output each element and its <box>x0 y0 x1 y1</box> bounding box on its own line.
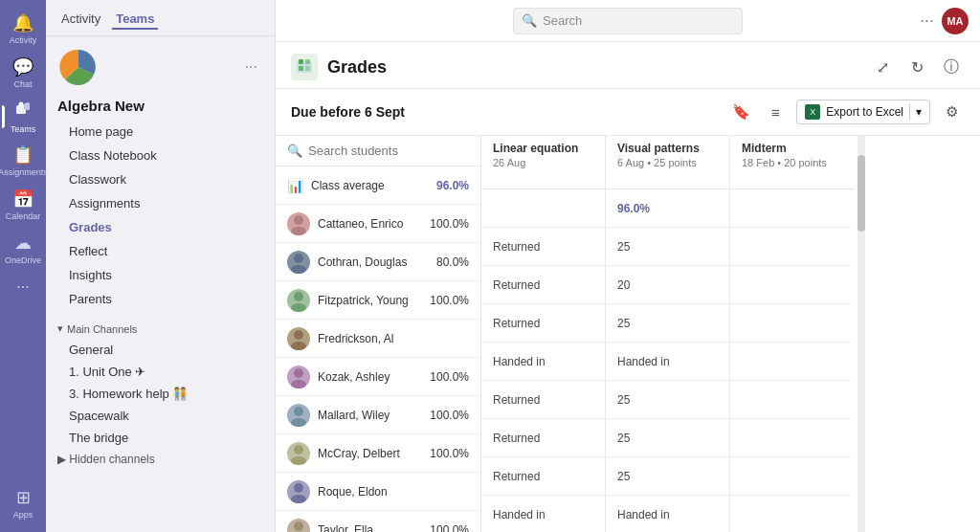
assignment-cell: 25 <box>606 381 729 419</box>
expand-button[interactable]: ⤢ <box>869 54 896 80</box>
visual-avg-value: 96.0% <box>617 202 650 215</box>
student-row: Fitzpatrick, Young 100.0% <box>276 281 480 320</box>
user-avatar[interactable]: MA <box>942 8 969 34</box>
assignment-cell: Returned <box>481 304 605 343</box>
filter-button[interactable]: ≡ <box>762 99 789 125</box>
assignment-date-midterm: 18 Feb • 20 points <box>742 157 842 168</box>
student-row: Taylor, Ella 100.0% <box>276 511 480 532</box>
team-menu-button[interactable]: ··· <box>239 56 263 78</box>
sidebar-item-parents[interactable]: Parents <box>46 287 275 311</box>
nav-rail: 🔔 Activity 💬 Chat Teams 📋 Assignments 📅 … <box>0 0 46 532</box>
student-pct: 80.0% <box>436 255 469 269</box>
channel-bridge[interactable]: The bridge <box>46 427 275 449</box>
student-pct: 100.0% <box>430 370 469 384</box>
assignment-cell <box>730 496 854 532</box>
nav-item-chat[interactable]: 💬 Chat <box>2 52 44 94</box>
top-bar-right: ··· MA <box>920 8 969 34</box>
svg-point-21 <box>291 418 306 427</box>
assignment-cell <box>730 419 854 457</box>
more-options-button[interactable]: ··· <box>920 11 934 31</box>
nav-item-teams[interactable]: Teams <box>2 96 44 138</box>
assignment-name-linear: Linear equation <box>493 142 593 155</box>
channel-unit1[interactable]: 1. Unit One ✈ <box>46 361 275 383</box>
sidebar-item-insights[interactable]: Insights <box>46 263 275 287</box>
student-row: Fredrickson, Al <box>276 320 480 358</box>
sidebar-item-homepage[interactable]: Home page <box>46 120 275 144</box>
assignment-name-visual: Visual patterns <box>617 142 718 155</box>
assignment-cell <box>730 266 854 304</box>
sidebar-tab-activity[interactable]: Activity <box>57 10 104 30</box>
svg-point-3 <box>19 101 24 106</box>
student-row: Cattaneo, Enrico 100.0% <box>276 205 480 243</box>
student-avatar <box>287 442 310 465</box>
sidebar-item-grades[interactable]: Grades <box>46 215 275 239</box>
assignment-cell-avg <box>481 189 605 228</box>
nav-item-apps[interactable]: ⊞ Apps <box>2 482 44 524</box>
svg-point-14 <box>294 292 303 301</box>
assignment-cell: Handed in <box>606 496 729 532</box>
export-divider <box>909 104 910 120</box>
nav-assignments-label: Assignments <box>0 167 48 177</box>
calendar-icon: 📅 <box>12 188 33 210</box>
assignment-cell: Returned <box>481 266 605 304</box>
svg-point-13 <box>291 265 306 274</box>
assignment-cell: 25 <box>606 419 729 457</box>
settings-button[interactable]: ⚙ <box>938 99 965 125</box>
student-avatar <box>287 366 310 388</box>
channels-section-text: Main Channels <box>67 323 137 335</box>
class-avg-pct: 96.0% <box>436 179 469 192</box>
sidebar-item-classnotebook[interactable]: Class Notebook <box>46 144 275 167</box>
nav-teams-label: Teams <box>11 124 36 134</box>
student-search-input[interactable] <box>308 144 469 158</box>
bookmark-button[interactable]: 🔖 <box>727 99 754 125</box>
info-button[interactable]: ⓘ <box>938 54 965 80</box>
assignment-cell <box>730 381 854 419</box>
channel-homework[interactable]: 3. Homework help 🧑‍🤝‍🧑 <box>46 383 275 405</box>
student-avatar <box>287 519 310 533</box>
student-row: Kozak, Ashley 100.0% <box>276 358 480 396</box>
student-pct: 100.0% <box>430 447 469 460</box>
assignment-cell: Returned <box>481 419 605 457</box>
toolbar-right: 🔖 ≡ X Export to Excel ▾ ⚙ <box>727 99 965 125</box>
assignment-cell: Handed in <box>481 343 605 381</box>
nav-item-calendar[interactable]: 📅 Calendar <box>2 184 44 226</box>
sidebar-tab-teams[interactable]: Teams <box>112 10 158 30</box>
sidebar-item-classwork[interactable]: Classwork <box>46 167 275 191</box>
vertical-scrollbar[interactable] <box>858 136 865 532</box>
svg-point-16 <box>294 330 303 340</box>
export-dropdown-icon: ▾ <box>916 105 922 119</box>
nav-chat-label: Chat <box>13 79 32 89</box>
hidden-channels-toggle[interactable]: ▶ Hidden channels <box>46 449 275 470</box>
student-name: Roque, Eldon <box>318 485 388 499</box>
search-bar[interactable]: 🔍 Search <box>513 8 743 34</box>
svg-point-24 <box>294 483 303 493</box>
svg-point-20 <box>294 407 303 416</box>
channel-general[interactable]: General <box>46 339 275 361</box>
onedrive-icon: ☁ <box>14 233 32 254</box>
channel-spacewalk[interactable]: Spacewalk <box>46 405 275 427</box>
sidebar-item-reflect[interactable]: Reflect <box>46 239 275 263</box>
assignment-cell-avg <box>730 189 854 228</box>
assignments-icon: 📋 <box>12 144 33 166</box>
svg-point-11 <box>291 227 306 235</box>
export-excel-button[interactable]: X Export to Excel ▾ <box>796 100 930 124</box>
svg-point-19 <box>291 380 306 388</box>
nav-more-button[interactable]: ··· <box>2 272 44 302</box>
channels-section-label[interactable]: ▾ Main Channels <box>46 315 275 339</box>
student-row: McCray, Delbert 100.0% <box>276 434 480 473</box>
refresh-button[interactable]: ↻ <box>903 54 930 80</box>
assignment-col-midterm: Midterm 18 Feb • 20 points <box>729 136 854 532</box>
main-content: 🔍 Search ··· MA Grades ⤢ ↻ <box>276 0 980 532</box>
assignment-cell: 20 <box>606 266 729 304</box>
nav-item-onedrive[interactable]: ☁ OneDrive <box>2 228 44 270</box>
student-search-bar[interactable]: 🔍 <box>276 136 480 166</box>
sidebar-item-assignments[interactable]: Assignments <box>46 191 275 215</box>
nav-item-activity[interactable]: 🔔 Activity <box>2 8 44 50</box>
student-name: Mallard, Wiley <box>318 409 390 422</box>
class-average-row: 📊 Class average 96.0% <box>276 166 480 205</box>
assignment-header-linear: Linear equation 26 Aug <box>481 136 605 189</box>
student-name: Kozak, Ashley <box>318 370 390 384</box>
export-label: Export to Excel <box>826 105 903 119</box>
nav-item-assignments[interactable]: 📋 Assignments <box>2 140 44 182</box>
grades-header: Grades ⤢ ↻ ⓘ <box>276 42 980 89</box>
